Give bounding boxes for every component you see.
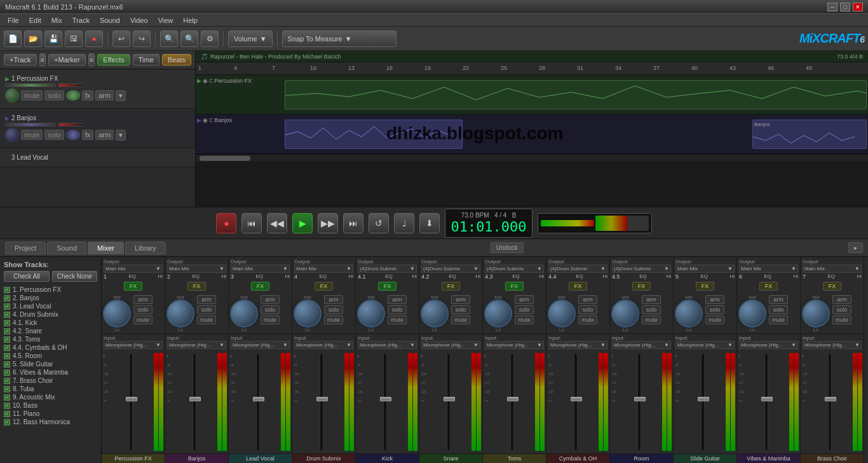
ch-knob-1[interactable] xyxy=(103,300,131,328)
ch-knob-10[interactable] xyxy=(675,300,703,328)
track2-expand[interactable]: ▾ xyxy=(116,130,126,141)
track-menu-button[interactable]: ≡ xyxy=(39,53,46,66)
checkbox-2[interactable] xyxy=(4,295,10,301)
ch-fader-knob-3[interactable] xyxy=(253,397,264,401)
ch-solo-1[interactable]: solo xyxy=(133,305,153,314)
ch-fader-knob-10[interactable] xyxy=(698,397,709,401)
ch-mute-12[interactable]: mute xyxy=(832,315,851,324)
ch-arm-1[interactable]: arm xyxy=(133,295,153,304)
ch-mute-3[interactable]: mute xyxy=(261,315,280,324)
ch-fx-btn-2[interactable]: FX xyxy=(187,282,207,291)
check-none-button[interactable]: Check None xyxy=(52,271,98,282)
tab-project[interactable]: Project xyxy=(5,242,46,254)
ch-output-val-11[interactable]: Main Mix▼ xyxy=(739,265,798,273)
track2-arm[interactable]: arm xyxy=(95,130,114,140)
ch-mute-5[interactable]: mute xyxy=(388,315,407,324)
ch-solo-10[interactable]: solo xyxy=(705,305,724,314)
ch-input-val-2[interactable]: Microphone (Hig...▼ xyxy=(167,341,226,349)
ch-input-val-4[interactable]: Microphone (Hig...▼ xyxy=(294,341,353,349)
checkbox-5[interactable] xyxy=(4,361,10,368)
zoom-in-button[interactable]: 🔍 xyxy=(160,31,178,47)
undo-button[interactable]: ↩ xyxy=(112,31,130,47)
ch-fader-knob-6[interactable] xyxy=(444,397,455,401)
checkbox-9[interactable] xyxy=(4,394,10,401)
play-button[interactable]: ▶ xyxy=(292,213,313,233)
checkbox-6[interactable] xyxy=(4,370,10,376)
save-button[interactable]: 💾 xyxy=(44,31,62,47)
mixdown-button[interactable]: ⬇ xyxy=(419,213,440,233)
ch-input-val-10[interactable]: Microphone (Hig...▼ xyxy=(675,341,735,349)
ch-input-val-7[interactable]: Microphone (Hig...▼ xyxy=(485,341,544,349)
ch-fx-btn-10[interactable]: FX xyxy=(696,282,715,291)
ch-mute-7[interactable]: mute xyxy=(515,315,534,324)
ch-fader-track-10[interactable] xyxy=(701,353,705,451)
ch-solo-9[interactable]: solo xyxy=(642,305,661,314)
track1-arm[interactable]: arm xyxy=(95,90,114,100)
forward-end-button[interactable]: ⏭ xyxy=(343,213,363,233)
track1-solo[interactable]: solo xyxy=(44,90,64,100)
checkbox-11[interactable] xyxy=(4,411,10,417)
ch-knob-9[interactable] xyxy=(611,300,639,328)
ch-solo-11[interactable]: solo xyxy=(769,305,788,314)
timeline-scrollbar[interactable] xyxy=(196,154,868,162)
ch-input-val-5[interactable]: Microphone (Hig...▼ xyxy=(358,341,417,349)
ch-arm-11[interactable]: arm xyxy=(769,295,788,304)
ch-input-val-3[interactable]: Microphone (Hig...▼ xyxy=(231,341,290,349)
ch-fader-track-12[interactable] xyxy=(828,353,832,451)
ch-fader-knob-11[interactable] xyxy=(761,397,773,401)
track1-expand[interactable]: ▾ xyxy=(116,90,126,101)
track2-mute[interactable]: mute xyxy=(21,130,43,140)
ch-mute-9[interactable]: mute xyxy=(642,315,661,324)
menu-edit[interactable]: Edit xyxy=(24,14,46,27)
ch-fx-btn-12[interactable]: FX xyxy=(823,282,842,291)
ch-input-val-11[interactable]: Microphone (Hig...▼ xyxy=(739,341,798,349)
metronome-button[interactable]: ♩ xyxy=(394,213,414,233)
tab-mixer[interactable]: Mixer xyxy=(88,242,124,254)
ch-fx-btn-7[interactable]: FX xyxy=(505,282,524,291)
ch-arm-6[interactable]: arm xyxy=(451,295,470,304)
track2-solo[interactable]: solo xyxy=(44,130,64,140)
ch-input-val-12[interactable]: Microphone (Hig...▼ xyxy=(803,341,862,349)
ch-fx-btn-1[interactable]: FX xyxy=(124,282,143,291)
ch-mute-6[interactable]: mute xyxy=(451,315,470,324)
ch-input-val-6[interactable]: Microphone (Hig...▼ xyxy=(421,341,480,349)
ch-output-val-10[interactable]: Main Mix▼ xyxy=(675,265,735,273)
track1-fx[interactable]: fx xyxy=(82,90,94,100)
ch-fader-knob-2[interactable] xyxy=(189,397,201,401)
ch-arm-10[interactable]: arm xyxy=(705,295,724,304)
ch-arm-3[interactable]: arm xyxy=(261,295,280,304)
ch-mute-11[interactable]: mute xyxy=(769,315,788,324)
ch-fader-track-11[interactable] xyxy=(764,353,768,451)
ch-fader-track-9[interactable] xyxy=(637,353,641,451)
effects-button[interactable]: Effects xyxy=(97,54,130,66)
add-track-button[interactable]: +Track xyxy=(4,54,37,66)
ch-knob-8[interactable] xyxy=(548,300,576,328)
checkbox-4[interactable] xyxy=(4,312,10,318)
menu-view[interactable]: View xyxy=(153,14,179,27)
ch-fader-track-4[interactable] xyxy=(320,353,323,451)
beats-button[interactable]: Beats xyxy=(162,54,191,66)
save-as-button[interactable]: 🖫 xyxy=(65,31,83,47)
tab-sound[interactable]: Sound xyxy=(47,242,86,254)
ch-fader-knob-7[interactable] xyxy=(507,397,519,401)
ch-arm-2[interactable]: arm xyxy=(197,295,216,304)
close-button[interactable]: ✕ xyxy=(853,3,863,11)
ch-arm-7[interactable]: arm xyxy=(515,295,534,304)
ch-knob-6[interactable] xyxy=(421,300,449,328)
menu-mix[interactable]: Mix xyxy=(46,14,67,27)
ch-solo-2[interactable]: solo xyxy=(197,305,216,314)
redo-button[interactable]: ↪ xyxy=(133,31,151,47)
time-button[interactable]: Time xyxy=(133,54,159,66)
expand-button[interactable]: ▸ xyxy=(848,242,863,253)
ch-output-val-7[interactable]: (4)Drum Submix▼ xyxy=(485,265,544,273)
checkbox-4-5[interactable] xyxy=(4,353,10,359)
ch-output-val-1[interactable]: Main Mix▼ xyxy=(104,265,163,273)
ch-fader-knob-4[interactable] xyxy=(316,397,328,401)
ch-output-val-3[interactable]: Main Mix▼ xyxy=(231,265,290,273)
ch-fx-btn-11[interactable]: FX xyxy=(759,282,778,291)
ch-output-val-6[interactable]: (4)Drum Submix▼ xyxy=(421,265,480,273)
new-button[interactable]: 📄 xyxy=(4,31,22,47)
ch-fx-btn-3[interactable]: FX xyxy=(251,282,270,291)
settings-button[interactable]: ⚙ xyxy=(201,31,219,47)
ch-fader-track-3[interactable] xyxy=(256,353,260,451)
